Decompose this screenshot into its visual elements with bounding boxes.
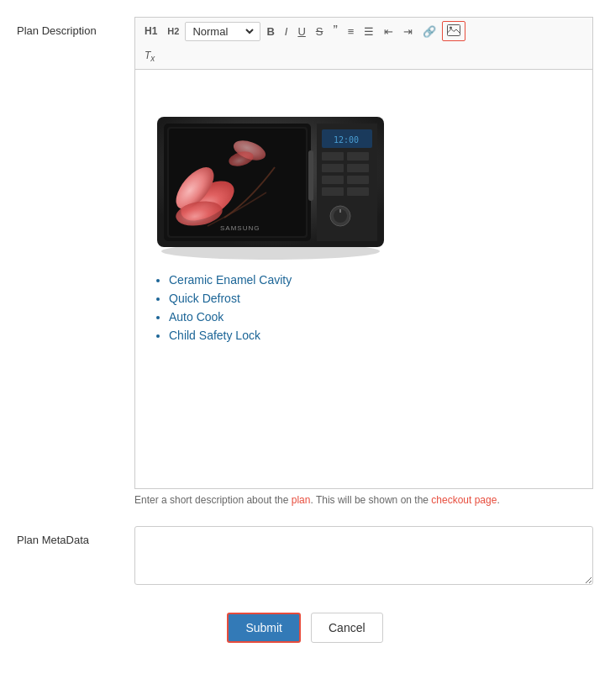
hint-checkout-word: checkout page xyxy=(431,494,497,506)
svg-point-1 xyxy=(450,27,452,29)
format-select-wrap: Normal Heading 1 Heading 2 Heading 3 xyxy=(185,22,260,41)
image-button[interactable] xyxy=(442,21,465,41)
plan-description-row: Plan Description H1 H2 Normal Heading 1 … xyxy=(17,17,593,506)
metadata-textarea[interactable] xyxy=(134,526,593,585)
plan-metadata-label: Plan MetaData xyxy=(17,526,134,548)
underline-button[interactable]: U xyxy=(293,24,309,39)
italic-button[interactable]: I xyxy=(281,24,292,39)
feature-item-2: Quick Defrost xyxy=(169,292,579,305)
cancel-button[interactable]: Cancel xyxy=(311,613,383,643)
svg-rect-16 xyxy=(347,152,369,161)
metadata-field-wrapper xyxy=(134,526,593,587)
plan-description-label: Plan Description xyxy=(17,17,134,39)
strikethrough-button[interactable]: S xyxy=(312,24,328,39)
svg-rect-19 xyxy=(322,176,344,184)
submit-button[interactable]: Submit xyxy=(227,613,301,643)
svg-rect-20 xyxy=(347,176,369,184)
outdent-button[interactable]: ⇥ xyxy=(399,24,417,39)
indent-button[interactable]: ⇤ xyxy=(380,24,397,39)
bold-button[interactable]: B xyxy=(262,24,278,39)
plan-metadata-row: Plan MetaData xyxy=(17,526,593,587)
svg-text:SAMSUNG: SAMSUNG xyxy=(220,224,260,232)
format-select[interactable]: Normal Heading 1 Heading 2 Heading 3 xyxy=(189,24,256,39)
svg-rect-27 xyxy=(308,150,313,201)
clear-format-button[interactable]: Tx xyxy=(140,48,159,66)
h1-button[interactable]: H1 xyxy=(140,24,161,39)
h2-button[interactable]: H2 xyxy=(163,24,183,39)
ordered-list-button[interactable]: ≡ xyxy=(344,24,359,39)
hint-plan-word: plan xyxy=(292,494,311,506)
feature-list: Ceramic Enamel Cavity Quick Defrost Auto… xyxy=(149,273,579,342)
svg-rect-15 xyxy=(322,152,344,161)
editor-body[interactable]: 12:00 SAMSUNG xyxy=(134,69,593,489)
microwave-image-wrapper: 12:00 SAMSUNG xyxy=(149,83,579,260)
feature-item-3: Auto Cook xyxy=(169,310,579,324)
unordered-list-button[interactable]: ☰ xyxy=(360,24,378,39)
blockquote-button[interactable]: ” xyxy=(329,22,341,40)
svg-rect-17 xyxy=(322,164,344,172)
svg-rect-22 xyxy=(347,187,369,196)
editor-container: H1 H2 Normal Heading 1 Heading 2 Heading… xyxy=(134,17,593,506)
editor-toolbar-row1: H1 H2 Normal Heading 1 Heading 2 Heading… xyxy=(134,17,593,45)
feature-item-1: Ceramic Enamel Cavity xyxy=(169,273,579,287)
svg-rect-0 xyxy=(448,25,460,36)
feature-item-4: Child Safety Lock xyxy=(169,329,579,342)
svg-rect-21 xyxy=(322,187,344,196)
form-actions: Submit Cancel xyxy=(17,613,593,643)
editor-toolbar-row2: Tx xyxy=(134,45,593,69)
svg-rect-18 xyxy=(347,164,369,172)
link-button[interactable]: 🔗 xyxy=(418,24,440,39)
svg-text:12:00: 12:00 xyxy=(334,135,359,145)
image-icon xyxy=(447,24,460,36)
editor-hint: Enter a short description about the plan… xyxy=(134,494,593,506)
microwave-svg: 12:00 SAMSUNG xyxy=(149,83,392,260)
